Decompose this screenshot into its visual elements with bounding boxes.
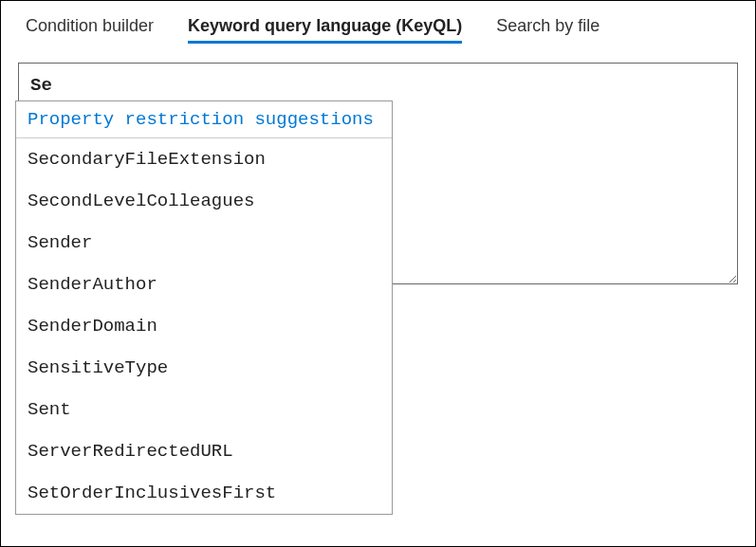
suggestion-item[interactable]: SecondaryFileExtension bbox=[16, 138, 392, 180]
suggestion-item[interactable]: SensitiveType bbox=[16, 347, 392, 389]
tab-keyql[interactable]: Keyword query language (KeyQL) bbox=[188, 16, 462, 44]
tab-search-by-file[interactable]: Search by file bbox=[496, 16, 599, 44]
suggestion-item[interactable]: Sent bbox=[16, 389, 392, 430]
suggestion-item[interactable]: Sender bbox=[16, 222, 392, 264]
suggestion-item[interactable]: SetOrderInclusivesFirst bbox=[16, 472, 392, 514]
query-area: Property restriction suggestions Seconda… bbox=[18, 63, 738, 288]
tab-bar: Condition builder Keyword query language… bbox=[18, 16, 738, 44]
suggestion-item[interactable]: ServerRedirectedURL bbox=[16, 430, 392, 472]
suggestions-header: Property restriction suggestions bbox=[16, 101, 392, 138]
suggestion-item[interactable]: SenderAuthor bbox=[16, 264, 392, 305]
tab-condition-builder[interactable]: Condition builder bbox=[26, 16, 154, 44]
suggestion-item[interactable]: SenderDomain bbox=[16, 305, 392, 347]
suggestions-dropdown: Property restriction suggestions Seconda… bbox=[15, 100, 393, 515]
suggestion-item[interactable]: SecondLevelColleagues bbox=[16, 180, 392, 222]
